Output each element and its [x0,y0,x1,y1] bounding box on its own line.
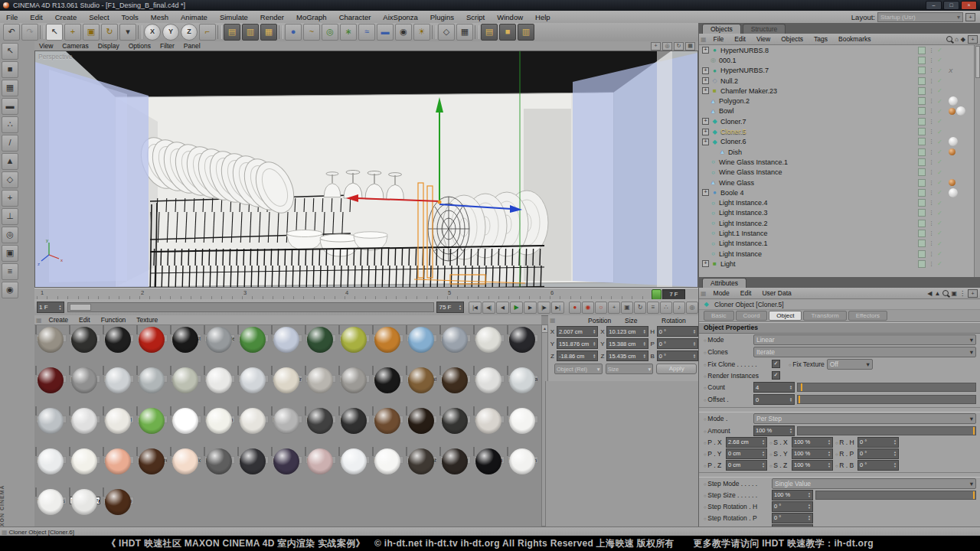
object-row[interactable]: + ■ Light ⋮ ✓ X [699,259,980,269]
material-thumbnail[interactable] [406,366,407,375]
material-item[interactable]: carpet [169,366,203,406]
material-item[interactable]: Mat [304,406,338,447]
material-item[interactable]: Alligator [102,325,136,366]
material-thumbnail[interactable] [305,325,306,334]
attribute-tab[interactable]: Transform [803,311,846,321]
next-key-button[interactable]: |▶ [537,302,550,314]
material-item[interactable]: Book 6 [472,325,506,366]
rotation-field[interactable]: 0 ° [657,338,698,349]
last-tool-icon[interactable]: ▾ [119,24,136,41]
material-thumbnail[interactable] [170,366,172,375]
material-item[interactable]: Lampshad [102,406,136,447]
menu-item[interactable]: MoGraph [290,13,333,21]
scroll-up-icon[interactable]: ▲ [542,325,547,333]
material-item[interactable]: Chair 2 [237,366,270,406]
material-item[interactable]: Mat.4 [439,406,472,447]
spinner-icon[interactable] [59,305,62,310]
material-thumbnail[interactable] [103,447,104,456]
material-thumbnail[interactable] [305,406,306,416]
material-thumbnail[interactable] [271,406,273,416]
material-thumbnail[interactable] [439,447,441,456]
object-row[interactable]: + ◇ Null.2 ⋮ ✓ X [699,76,980,86]
next-frame-button[interactable]: ▶ [524,302,537,314]
material-item[interactable]: White Pain [506,447,540,487]
size-field[interactable]: 15.435 cm [606,350,648,361]
material-thumbnail[interactable] [473,447,475,456]
material-thumbnail[interactable] [338,325,340,334]
environment-icon[interactable]: ▬ [377,24,394,41]
enable-check-icon[interactable]: ✓ [937,129,942,135]
object-menu-item[interactable]: Objects [776,35,808,43]
enable-check-icon[interactable]: ✓ [937,148,942,155]
lock-x-icon[interactable]: X [144,24,161,41]
fix-texture-dropdown[interactable]: Off [827,359,873,370]
material-menu-item[interactable]: Texture [131,316,163,324]
visibility-dots-icon[interactable]: ⋮ [929,67,934,73]
object-menu-item[interactable]: View [751,35,776,43]
material-thumbnail[interactable] [136,366,138,375]
visibility-dots-icon[interactable]: ⋮ [929,210,934,216]
material-thumbnail[interactable] [372,325,374,334]
enable-check-icon[interactable]: ✓ [937,47,942,54]
attribute-tab[interactable]: Effectors [848,311,887,321]
material-item[interactable]: Book 3 [371,325,405,366]
expand-icon[interactable]: + [702,139,709,145]
enable-check-icon[interactable]: ✓ [937,260,942,267]
tab-structure[interactable]: Structure [743,24,786,34]
visibility-dots-icon[interactable]: ⋮ [929,108,934,114]
material-thumbnail[interactable] [237,325,239,334]
expand-icon[interactable] [702,170,707,175]
material-item[interactable]: Photo 1 [203,447,237,487]
object-row[interactable]: ○ Light Instance.1 ⋮ ✓ X [699,239,980,249]
section-header[interactable]: Object Properties [699,322,980,334]
material-item[interactable]: Light Stain [203,406,237,447]
attributes-menu-item[interactable]: Mode [708,289,735,297]
mograph-icon[interactable]: ∗ [340,24,357,41]
layer-color-swatch[interactable] [918,87,926,95]
material-thumbnail[interactable] [35,366,37,375]
visibility-dots-icon[interactable]: ⋮ [929,119,934,125]
material-item[interactable]: Mat.1 [338,406,371,447]
toggle-views-icon[interactable]: ▦ [685,42,695,51]
expand-icon[interactable] [702,251,707,256]
visibility-dots-icon[interactable]: ⋮ [929,261,934,267]
material-item[interactable]: Paper [68,447,102,487]
object-row[interactable]: ○ Wine Glass Instance.1 ⋮ ✓ X [699,157,980,167]
prev-frame-button[interactable]: ◀ [496,302,509,314]
step-size-field[interactable]: 100 % [772,490,813,500]
layout-dropdown[interactable]: Startup (Usr) [877,12,963,22]
visibility-dots-icon[interactable]: ⋮ [929,159,934,165]
expand-icon[interactable] [702,210,707,216]
material-item[interactable]: Mat.5 [34,325,68,366]
r-field[interactable]: 0 ° [858,460,899,471]
material-item[interactable]: Mat.3 [405,406,439,447]
material-thumbnail[interactable] [271,325,273,334]
material-item[interactable]: Peach [102,447,136,487]
visibility-dots-icon[interactable]: ⋮ [929,230,934,236]
material-item[interactable]: TV Screen [472,447,506,487]
enable-check-icon[interactable]: ✓ [937,200,942,207]
object-label[interactable]: 000.1 [719,57,737,64]
material-item[interactable]: Book 10 [270,325,304,366]
material-item[interactable]: Stretch Fab [405,447,439,487]
visibility-dots-icon[interactable]: ⋮ [929,180,934,186]
per-step-dropdown[interactable]: Per Step [753,413,976,424]
render-picture-viewer-icon[interactable]: ▥ [242,24,259,41]
record-keyframe-button[interactable]: ● [569,302,581,314]
light-icon[interactable]: ☀ [413,24,430,41]
size-mode-dropdown[interactable]: Size [606,364,654,374]
add-panel-icon[interactable]: + [968,289,978,298]
render-view-icon[interactable]: ▤ [224,24,240,41]
object-row[interactable]: ▲ Wine Glass ⋮ ✓ X [699,178,980,187]
timeline-start-field[interactable]: 1 F [37,302,64,313]
layer-color-swatch[interactable] [918,168,926,176]
expand-icon[interactable]: + [702,260,709,267]
offset-field[interactable]: 0 [753,394,795,405]
enable-check-icon[interactable]: ✓ [937,118,942,125]
camera-icon[interactable]: ◉ [395,24,412,41]
visibility-dots-icon[interactable]: ⋮ [929,139,934,145]
amount-slider[interactable] [797,426,976,435]
toolbar-separator[interactable] [279,25,283,39]
layer-color-swatch[interactable] [918,118,926,126]
material-thumbnail[interactable] [103,366,104,375]
